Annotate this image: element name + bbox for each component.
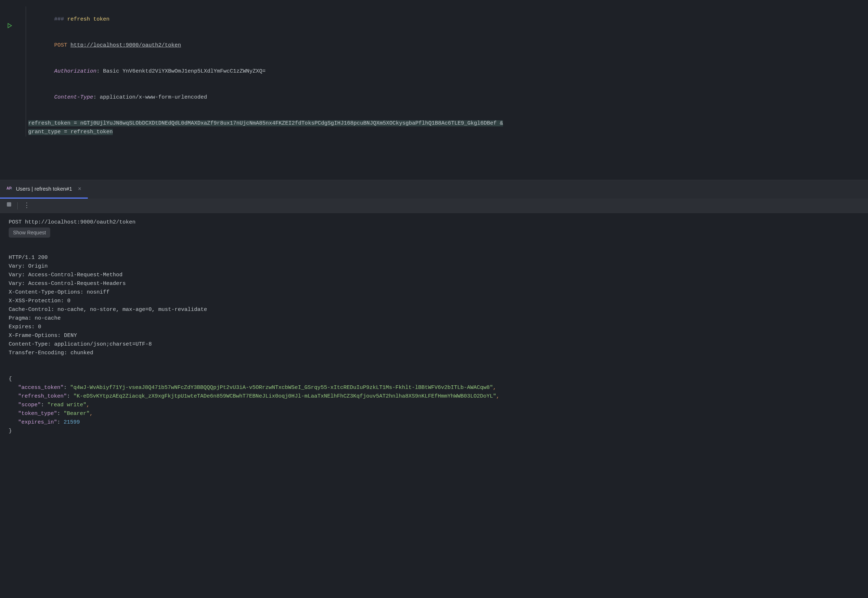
comment-prefix: ### [54, 16, 67, 22]
tab-label: Users | refresh token#1 [16, 184, 72, 193]
request-title: refresh token [67, 16, 109, 22]
svg-text:I: I [11, 187, 12, 190]
show-request-button[interactable]: Show Request [9, 227, 50, 238]
code-editor[interactable]: ### refresh token POST http://localhost:… [26, 6, 868, 136]
body-grant-type: grant_type = refresh_token [28, 129, 113, 135]
output-pane[interactable]: POST http://localhost:9000/oauth2/token … [0, 213, 868, 598]
http-method: POST [54, 42, 67, 48]
run-icon[interactable] [7, 22, 13, 32]
json-brace-close: } [9, 427, 859, 435]
response-header: Content-Type: application/json;charset=U… [9, 340, 859, 349]
header-authorization-value: : Basic YnV6enktd2ViYXBwOmJ1enp5LXdlYmFw… [96, 68, 265, 75]
body-refresh-token: refresh_token = nGTj0UjlYuJN8wqSLObDCXDt… [28, 120, 503, 126]
json-field: "refresh_token": "K-eDSvKYtpzAEq2Ziacqk_… [9, 392, 859, 401]
tab-bar: AP I Users | refresh token#1 × [0, 180, 868, 199]
response-header: X-Content-Type-Options: nosniff [9, 288, 859, 297]
divider [17, 202, 18, 209]
json-field: "expires_in": 21599 [9, 418, 859, 427]
close-icon[interactable]: × [78, 184, 81, 194]
stop-icon[interactable] [6, 202, 12, 209]
http-url: http://localhost:9000/oauth2/token [70, 42, 181, 48]
output-toolbar: ⋮ [0, 199, 868, 213]
response-header: Vary: Access-Control-Request-Method [9, 271, 859, 280]
more-icon[interactable]: ⋮ [24, 200, 30, 211]
response-header: Pragma: no-cache [9, 314, 859, 323]
api-icon: AP I [6, 185, 12, 193]
gutter [0, 6, 26, 136]
response-header: X-Frame-Options: DENY [9, 332, 859, 340]
header-content-type-value: : application/x-www-form-urlencoded [93, 94, 207, 100]
response-header: Vary: Access-Control-Request-Headers [9, 280, 859, 288]
request-summary: POST http://localhost:9000/oauth2/token [9, 218, 859, 227]
response-header: X-XSS-Protection: 0 [9, 297, 859, 305]
response-header: Vary: Origin [9, 262, 859, 271]
response-status: HTTP/1.1 200 [9, 254, 859, 262]
response-header: Transfer-Encoding: chunked [9, 349, 859, 357]
tab-response[interactable]: AP I Users | refresh token#1 × [0, 180, 88, 199]
header-authorization-name: Authorization [54, 68, 96, 75]
json-brace-open: { [9, 375, 859, 384]
json-field: "token_type": "Bearer", [9, 410, 859, 418]
json-field: "scope": "read write", [9, 401, 859, 410]
json-field: "access_token": "q4wJ-WvAbiyf71Yj-vseaJ8… [9, 384, 859, 392]
header-content-type-name: Content-Type [54, 94, 93, 100]
response-header: Expires: 0 [9, 323, 859, 332]
editor-pane: ### refresh token POST http://localhost:… [0, 0, 868, 180]
svg-rect-2 [7, 202, 11, 206]
response-header: Cache-Control: no-cache, no-store, max-a… [9, 305, 859, 314]
